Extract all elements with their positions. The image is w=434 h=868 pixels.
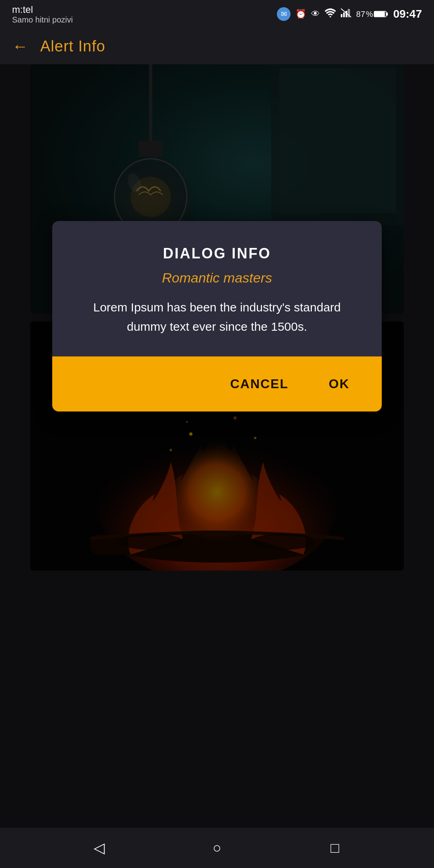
svg-rect-2 [343,12,345,17]
wifi-icon [325,8,336,20]
home-nav-button[interactable]: ○ [203,834,231,862]
back-button[interactable]: ← [12,37,28,55]
svg-rect-9 [386,12,388,16]
dialog-body: DIALOG INFO Romantic masters Lorem Ipsum… [52,221,382,356]
bottom-nav: ◁ ○ □ [0,828,434,868]
ok-button[interactable]: OK [321,373,358,395]
status-left: m:tel Samo hitni pozivi [12,4,73,25]
cancel-button[interactable]: CANCEL [222,373,297,395]
svg-point-0 [330,16,331,17]
status-time: 09:47 [393,8,422,20]
battery-icon: 87 % [356,10,388,19]
dialog-subtitle: Romantic masters [72,270,362,286]
main-content: DIALOG INFO Romantic masters Lorem Ipsum… [0,64,434,828]
dialog-box: DIALOG INFO Romantic masters Lorem Ipsum… [52,221,382,411]
carrier-name: m:tel [12,4,73,15]
signal-icon [341,8,351,20]
dialog-overlay: DIALOG INFO Romantic masters Lorem Ipsum… [0,64,434,828]
dialog-title: DIALOG INFO [72,245,362,262]
status-bar: m:tel Samo hitni pozivi ✉ ⏰ 👁 [0,0,434,28]
page-title: Alert Info [40,38,105,55]
recents-nav-button[interactable]: □ [321,834,349,862]
svg-rect-1 [341,14,342,17]
carrier-subtext: Samo hitni pozivi [12,15,73,25]
messaging-icon: ✉ [277,7,291,21]
alarm-icon: ⏰ [295,9,306,19]
dialog-text: Lorem Ipsum has been the industry's stan… [72,298,362,336]
back-nav-button[interactable]: ◁ [85,834,113,862]
svg-rect-8 [375,12,385,16]
status-right: ✉ ⏰ 👁 87 % [277,7,422,21]
header: ← Alert Info [0,28,434,64]
dialog-actions: CANCEL OK [52,356,382,411]
eye-icon: 👁 [311,9,320,19]
